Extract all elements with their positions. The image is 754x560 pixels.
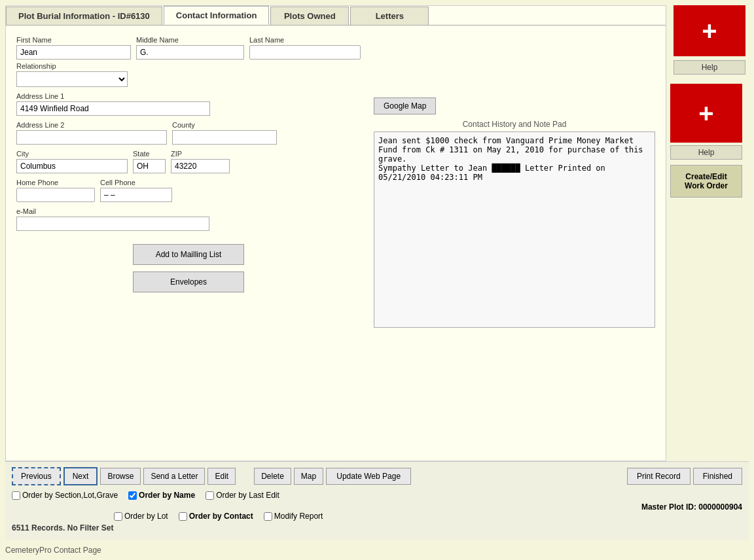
order-by-lot-label: Order by Lot xyxy=(124,512,168,521)
relationship-select[interactable] xyxy=(16,71,128,87)
next-button[interactable]: Next xyxy=(63,467,98,485)
relationship-label: Relationship xyxy=(16,62,128,70)
middle-name-input[interactable] xyxy=(136,45,244,60)
help-label[interactable]: Help xyxy=(673,60,745,75)
right-form-section: Google Map Contact History and Note Pad … xyxy=(374,36,655,330)
help-section: + Help xyxy=(670,5,749,75)
zip-input[interactable] xyxy=(171,159,230,173)
help-plus-icon: + xyxy=(702,18,717,44)
master-plot-id: Master Plot ID: 0000000904 xyxy=(641,502,742,512)
middle-name-label: Middle Name xyxy=(136,36,244,44)
contact-info-content: First Name Middle Name Last Name xyxy=(6,25,666,461)
help-label-2: Help xyxy=(670,145,742,160)
order-by-lot-checkbox-item[interactable]: Order by Lot xyxy=(114,512,168,521)
order-by-contact-checkbox-item[interactable]: Order by Contact xyxy=(179,512,253,521)
order-by-section-checkbox-item[interactable]: Order by Section,Lot,Grave xyxy=(12,491,118,500)
section-row-info: Order by Section,Lot,Grave Order by Name… xyxy=(12,491,742,523)
records-info: 6511 Records. No Filter Set xyxy=(12,523,742,533)
zip-label: ZIP xyxy=(171,150,230,158)
address1-input[interactable] xyxy=(16,101,210,116)
help-button-panel[interactable]: + xyxy=(670,84,742,143)
finished-button[interactable]: Finished xyxy=(693,468,742,485)
help-cross-icon: + xyxy=(698,100,713,126)
address2-label: Address Line 2 xyxy=(16,121,167,129)
cell-phone-label: Cell Phone xyxy=(100,179,172,186)
county-input[interactable] xyxy=(172,130,277,145)
tab-bar: Plot Burial Information - ID#6130 Contac… xyxy=(6,6,666,25)
order-by-lot-checkbox[interactable] xyxy=(114,512,122,521)
county-label: County xyxy=(172,121,277,129)
delete-button[interactable]: Delete xyxy=(254,468,291,485)
tab-plots-owned[interactable]: Plots Owned xyxy=(270,7,349,25)
bottom-buttons-row: Previous Next Browse Send a Letter Edit … xyxy=(12,467,742,485)
order-by-name-label: Order by Name xyxy=(139,491,195,500)
city-input[interactable] xyxy=(16,159,128,173)
state-input[interactable] xyxy=(133,159,166,173)
order-by-contact-label: Order by Contact xyxy=(189,512,253,521)
order-by-last-edit-checkbox[interactable] xyxy=(206,491,214,500)
order-by-name-checkbox[interactable] xyxy=(128,491,137,500)
update-web-page-button[interactable]: Update Web Page xyxy=(326,468,411,485)
right-panel: + Help + Help Create/Edit Work Order xyxy=(670,5,749,461)
bottom-bar: Previous Next Browse Send a Letter Edit … xyxy=(5,461,749,540)
tab-contact-info[interactable]: Contact Information xyxy=(164,6,270,25)
checkboxes-row: Order by Section,Lot,Grave Order by Name… xyxy=(12,491,601,521)
add-to-mailing-list-button[interactable]: Add to Mailling List xyxy=(133,244,244,265)
address1-label: Address Line 1 xyxy=(16,92,210,100)
tab-plot-burial[interactable]: Plot Burial Information - ID#6130 xyxy=(6,7,162,25)
google-map-button[interactable]: Google Map xyxy=(374,97,436,114)
email-label: e-Mail xyxy=(16,207,209,215)
modify-report-checkbox[interactable] xyxy=(264,512,272,521)
right-bottom-buttons: Print Record Finished xyxy=(627,468,742,485)
send-a-letter-button[interactable]: Send a Letter xyxy=(143,468,205,485)
last-name-label: Last Name xyxy=(249,36,361,44)
first-name-label: First Name xyxy=(16,36,131,44)
order-by-section-checkbox[interactable] xyxy=(12,491,20,500)
envelopes-button[interactable]: Envelopes xyxy=(133,271,244,292)
first-name-input[interactable] xyxy=(16,45,131,60)
home-phone-label: Home Phone xyxy=(16,179,95,186)
contact-history-label: Contact History and Note Pad xyxy=(374,120,655,129)
address2-input[interactable] xyxy=(16,130,167,145)
last-name-input[interactable] xyxy=(249,45,361,60)
action-buttons: Add to Mailling List Envelopes xyxy=(16,244,361,292)
print-record-button[interactable]: Print Record xyxy=(627,468,691,485)
order-by-name-checkbox-item[interactable]: Order by Name xyxy=(128,491,195,500)
state-label: State xyxy=(133,150,166,158)
order-by-last-edit-label: Order by Last Edit xyxy=(216,491,279,500)
map-button[interactable]: Map xyxy=(294,468,323,485)
modify-report-label: Modify Report xyxy=(274,512,323,521)
help-icon-big[interactable]: + xyxy=(673,5,745,56)
edit-button[interactable]: Edit xyxy=(207,468,236,485)
browse-button[interactable]: Browse xyxy=(100,468,141,485)
previous-button[interactable]: Previous xyxy=(12,467,61,485)
page-footer: CemeteryPro Contact Page xyxy=(5,546,749,555)
order-by-contact-checkbox[interactable] xyxy=(179,512,187,521)
order-by-section-label: Order by Section,Lot,Grave xyxy=(22,491,118,500)
contact-history-textarea[interactable]: Jean sent $1000 check from Vanguard Prim… xyxy=(374,131,655,328)
order-by-last-edit-checkbox-item[interactable]: Order by Last Edit xyxy=(206,491,279,500)
modify-report-checkbox-item[interactable]: Modify Report xyxy=(264,512,323,521)
left-form-section: First Name Middle Name Last Name xyxy=(16,36,361,330)
create-edit-work-order-button[interactable]: Create/Edit Work Order xyxy=(670,165,742,198)
city-label: City xyxy=(16,150,128,158)
home-phone-input[interactable] xyxy=(16,188,95,202)
tab-letters[interactable]: Letters xyxy=(350,7,429,25)
cell-phone-input[interactable] xyxy=(100,188,172,202)
email-input[interactable] xyxy=(16,217,209,231)
